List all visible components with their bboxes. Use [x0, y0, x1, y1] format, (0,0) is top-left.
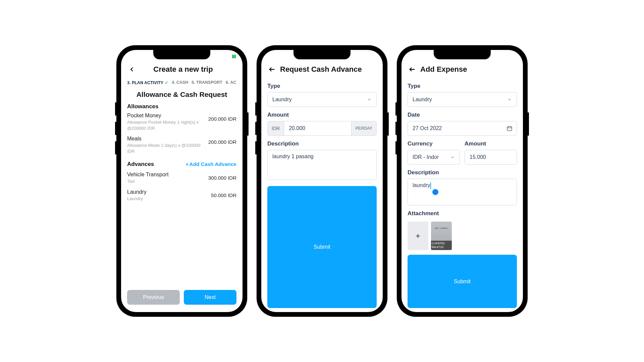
battery-icon: ▮▮ [232, 54, 236, 59]
section-title: Allowance & Cash Request [127, 90, 236, 99]
type-label: Type [267, 83, 377, 89]
date-label: Date [408, 112, 517, 118]
receipt-text: BON LAUNDRY [431, 227, 452, 229]
screen-create-trip: ▮▮ Create a new trip 3. PLAN ACTIVITY ✓ … [121, 50, 243, 312]
screen-request-cash-advance: Request Cash Advance Type Laundry Amount… [261, 50, 383, 312]
date-value: 27 Oct 2022 [413, 125, 442, 131]
allowance-row: Pocket Money Allowance Pocket Money 1 ni… [127, 113, 236, 131]
submit-button[interactable]: Submit [267, 186, 377, 308]
amount-input-group: IDR 20.000 PERDAY [267, 121, 377, 136]
allowance-desc: Allowance Meals 2 day(s) x @100000 IDR [127, 142, 206, 154]
advances-header: Advances [127, 161, 154, 168]
phone-frame-1: ▮▮ Create a new trip 3. PLAN ACTIVITY ✓ … [116, 45, 247, 317]
allowance-title: Meals [127, 136, 206, 142]
chevron-down-icon [367, 97, 372, 102]
description-label: Description [408, 169, 517, 176]
advance-desc: Taxi [127, 178, 206, 184]
chevron-down-icon [507, 97, 512, 102]
svg-rect-2 [507, 127, 512, 131]
add-cash-advance-label: Add Cash Advance [189, 161, 236, 167]
type-value: Laundry [413, 97, 432, 103]
content: Type Laundry Date 27 Oct 2022 Currency I… [401, 78, 523, 312]
description-textarea[interactable]: laundry [408, 179, 517, 205]
type-label: Type [408, 83, 517, 89]
attachment-label: Attachment [408, 210, 517, 217]
attachment-thumbnail[interactable]: BON LAUNDRY CAP8753 9914710 [431, 222, 452, 250]
add-attachment-button[interactable]: + [408, 222, 428, 250]
check-icon: ✓ [165, 80, 168, 85]
chevron-down-icon [450, 155, 455, 160]
step-acc[interactable]: 6. ACC [226, 80, 236, 85]
calendar-icon [506, 125, 513, 131]
advances-header-row: Advances + Add Cash Advance [127, 161, 236, 168]
plus-icon: + [416, 231, 420, 241]
page-title: Add Expense [420, 65, 517, 74]
allowance-desc: Allowance Pocket Money 1 night(s) x @200… [127, 119, 206, 131]
allowance-amount: 200.000 IDR [208, 116, 236, 122]
advance-info: Laundry Laundry [127, 189, 211, 202]
description-value: laundry [413, 182, 430, 188]
advance-row: Vehicle Transport Taxi 300.000 IDR [127, 172, 236, 184]
allowance-title: Pocket Money [127, 113, 206, 119]
page-title: Request Cash Advance [280, 65, 377, 74]
amount-label: Amount [465, 140, 517, 147]
description-value: laundry 1 pasang [272, 154, 314, 160]
header: Create a new trip [121, 62, 243, 78]
submit-button[interactable]: Submit [408, 255, 517, 308]
currency-select[interactable]: IDR - Indor [408, 150, 460, 165]
step-transport[interactable]: 5. TRANSPORT [192, 80, 222, 85]
amount-label: Amount [267, 112, 377, 118]
attachment-filename: CAP8753 9914710 [431, 241, 452, 250]
advance-title: Vehicle Transport [127, 172, 206, 178]
content: Type Laundry Amount IDR 20.000 PERDAY De… [261, 78, 383, 312]
type-select[interactable]: Laundry [267, 92, 377, 107]
page-title: Create a new trip [130, 65, 236, 74]
allowance-info: Meals Allowance Meals 2 day(s) x @100000… [127, 136, 208, 154]
allowances-header: Allowances [127, 103, 236, 110]
phone-frame-3: Add Expense Type Laundry Date 27 Oct 202… [397, 45, 528, 317]
header: Request Cash Advance [261, 62, 383, 78]
add-cash-advance-link[interactable]: + Add Cash Advance [185, 161, 236, 167]
type-value: Laundry [272, 97, 292, 103]
attachments: + BON LAUNDRY CAP8753 9914710 [408, 222, 517, 250]
content: 3. PLAN ACTIVITY ✓ 4. CASH 5. TRANSPORT … [121, 78, 243, 312]
currency-amount-row: Currency IDR - Indor Amount 15.000 [408, 136, 517, 165]
advance-title: Laundry [127, 189, 208, 195]
amount-value: 15.000 [470, 154, 486, 160]
description-label: Description [267, 140, 377, 147]
amount-input[interactable]: 20.000 [284, 121, 351, 135]
text-caret [430, 182, 431, 189]
unit-addon: PERDAY [351, 121, 376, 135]
stepper: 3. PLAN ACTIVITY ✓ 4. CASH 5. TRANSPORT … [127, 80, 236, 85]
description-textarea[interactable]: laundry 1 pasang [267, 150, 377, 180]
previous-button[interactable]: Previous [127, 290, 180, 305]
back-button[interactable] [408, 65, 417, 74]
currency-addon: IDR [268, 121, 284, 135]
step-plan-activity[interactable]: 3. PLAN ACTIVITY ✓ [127, 80, 168, 85]
advance-desc: Laundry [127, 196, 208, 202]
back-button[interactable] [267, 65, 277, 74]
type-select[interactable]: Laundry [408, 92, 517, 107]
advance-amount: 300.000 IDR [208, 175, 236, 181]
notch [153, 50, 210, 59]
amount-input[interactable]: 15.000 [465, 150, 517, 165]
next-button[interactable]: Next [184, 290, 236, 305]
text-selection-handle[interactable] [432, 189, 438, 195]
arrow-left-icon [268, 66, 276, 73]
arrow-left-icon [409, 66, 416, 73]
currency-label: Currency [408, 140, 460, 147]
advance-amount: 50.000 IDR [211, 192, 236, 198]
phone-frame-2: Request Cash Advance Type Laundry Amount… [257, 45, 387, 317]
advance-row: Laundry Laundry 50.000 IDR [127, 189, 236, 202]
plus-icon: + [185, 161, 189, 167]
header: Add Expense [401, 62, 523, 78]
date-input[interactable]: 27 Oct 2022 [408, 121, 517, 136]
notch [434, 50, 491, 59]
step-cash[interactable]: 4. CASH [172, 80, 188, 85]
footer-buttons: Previous Next [127, 290, 236, 308]
allowance-info: Pocket Money Allowance Pocket Money 1 ni… [127, 113, 208, 131]
screen-add-expense: Add Expense Type Laundry Date 27 Oct 202… [401, 50, 523, 312]
step-label: 3. PLAN ACTIVITY [127, 80, 163, 85]
notch [293, 50, 351, 59]
advance-info: Vehicle Transport Taxi [127, 172, 208, 184]
